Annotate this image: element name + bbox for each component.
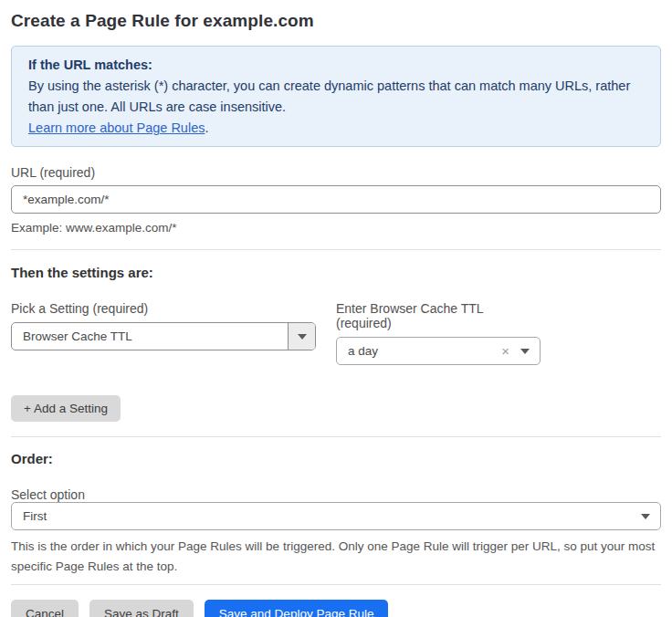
page-title: Create a Page Rule for example.com	[11, 11, 661, 31]
form-actions: Cancel Save as Draft Save and Deploy Pag…	[11, 600, 661, 617]
ttl-column: Enter Browser Cache TTL (required) a day…	[336, 301, 541, 365]
chevron-down-icon	[520, 349, 530, 354]
ttl-value: a day	[337, 344, 501, 358]
pick-setting-label: Pick a Setting (required)	[11, 301, 316, 316]
order-select-value: First	[12, 509, 641, 523]
pick-setting-value: Browser Cache TTL	[12, 329, 288, 343]
learn-more-link[interactable]: Learn more about Page Rules	[28, 120, 205, 135]
pick-setting-column: Pick a Setting (required) Browser Cache …	[11, 301, 316, 365]
order-help-text: This is the order in which your Page Rul…	[11, 537, 661, 577]
url-example-text: Example: www.example.com/*	[11, 221, 661, 235]
add-setting-button[interactable]: + Add a Setting	[11, 395, 121, 422]
url-input[interactable]	[11, 185, 661, 214]
divider	[11, 436, 661, 437]
link-period: .	[205, 120, 208, 135]
clear-icon[interactable]: ×	[501, 344, 509, 358]
pick-setting-dropdown-button[interactable]	[288, 323, 315, 350]
settings-row: Pick a Setting (required) Browser Cache …	[11, 301, 661, 365]
pick-setting-select[interactable]: Browser Cache TTL	[11, 322, 316, 350]
ttl-select[interactable]: a day ×	[336, 337, 541, 365]
cancel-button[interactable]: Cancel	[11, 600, 79, 617]
save-and-deploy-button[interactable]: Save and Deploy Page Rule	[205, 600, 389, 617]
create-page-rule-form: Create a Page Rule for example.com If th…	[0, 0, 672, 617]
ttl-label: Enter Browser Cache TTL (required)	[336, 301, 541, 330]
info-box-heading: If the URL matches:	[28, 55, 644, 76]
divider	[11, 249, 661, 250]
url-field-label: URL (required)	[11, 165, 661, 180]
order-select[interactable]: First	[11, 502, 661, 530]
settings-section-heading: Then the settings are:	[11, 265, 661, 280]
divider	[11, 584, 661, 585]
save-as-draft-button[interactable]: Save as Draft	[89, 600, 194, 617]
url-match-info-box: If the URL matches: By using the asteris…	[11, 46, 661, 147]
chevron-down-icon	[298, 334, 307, 340]
info-box-body: By using the asterisk (*) character, you…	[28, 78, 630, 114]
chevron-down-icon	[641, 514, 650, 519]
order-section-heading: Order:	[11, 451, 661, 466]
order-select-label: Select option	[11, 487, 661, 502]
